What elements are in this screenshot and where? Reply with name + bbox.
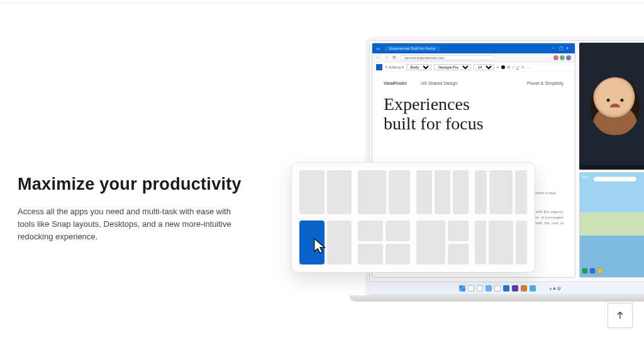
word-app-icon xyxy=(376,64,382,70)
url-field[interactable]: secure.experiences.doc xyxy=(400,55,494,60)
doc-tag: Power & Simplicity xyxy=(527,81,564,85)
document-toolbar: ✎ Editing ▾ Body Georgia Pro 14 ▾ B I U … xyxy=(372,62,575,72)
file-explorer-icon[interactable] xyxy=(494,285,501,292)
doc-heading: Experiences built for focus xyxy=(384,94,564,134)
font-family-select[interactable]: Body xyxy=(406,64,431,70)
snap-layout-option[interactable] xyxy=(475,170,527,214)
desktop-shortcut-icons xyxy=(582,268,602,273)
bold-icon[interactable]: B xyxy=(508,65,510,69)
taskbar-search-icon[interactable] xyxy=(468,285,474,292)
snap-layout-option[interactable] xyxy=(358,221,410,264)
browser-address-bar: ← → ⟳ secure.experiences.doc xyxy=(372,53,575,62)
snap-layout-option[interactable] xyxy=(416,170,469,214)
doc-brand: ViewFinder xyxy=(384,81,407,85)
back-to-top-button[interactable] xyxy=(608,303,633,328)
app-icon: ▭ xyxy=(376,46,380,51)
weather-widget: 54° xyxy=(582,175,588,179)
start-icon[interactable] xyxy=(459,285,465,292)
desktop-preview-window: 54° xyxy=(579,172,644,278)
video-participant xyxy=(591,77,640,135)
snap-layout-option[interactable] xyxy=(299,170,352,214)
laptop-base xyxy=(349,295,644,302)
browser-tab[interactable]: Experiences Built for Focus xyxy=(384,46,440,51)
nav-refresh-icon[interactable]: ⟳ xyxy=(392,55,396,60)
nav-back-icon[interactable]: ← xyxy=(376,55,380,60)
edge-taskbar-icon[interactable] xyxy=(530,285,536,292)
snap-layout-option[interactable] xyxy=(475,221,527,264)
desktop-search xyxy=(594,177,636,182)
window-minimize-icon[interactable]: − xyxy=(552,46,557,51)
word-taskbar-icon[interactable] xyxy=(503,285,509,292)
hero-body: Access all the apps you need and multi-t… xyxy=(18,205,244,243)
taskbar-app-icon[interactable] xyxy=(521,285,527,292)
mouse-cursor-icon xyxy=(313,237,326,255)
color-swatch-icon[interactable] xyxy=(501,65,505,69)
window-titlebar: ▭ Experiences Built for Focus − ▢ × xyxy=(372,43,575,53)
system-tray[interactable]: ▴ ◉ ⏻ xyxy=(550,286,560,290)
snap-layout-option[interactable] xyxy=(358,170,410,214)
arrow-up-icon xyxy=(615,310,625,320)
font-name-select[interactable]: Georgia Pro xyxy=(434,64,471,70)
doc-project: UX Shared Design xyxy=(421,81,457,85)
svg-marker-0 xyxy=(314,239,325,253)
font-size-select[interactable]: 14 xyxy=(474,64,494,70)
window-close-icon[interactable]: × xyxy=(566,46,571,51)
italic-icon[interactable]: I xyxy=(513,65,514,69)
video-call-window xyxy=(579,43,644,170)
strike-icon[interactable]: S xyxy=(521,65,524,69)
presence-avatars xyxy=(553,55,571,60)
task-view-icon[interactable] xyxy=(477,285,483,292)
taskbar-app-icon[interactable] xyxy=(486,285,492,292)
editing-mode[interactable]: ✎ Editing ▾ xyxy=(385,65,404,69)
window-maximize-icon[interactable]: ▢ xyxy=(559,46,564,51)
divider-icon: ▾ xyxy=(497,65,499,69)
more-formatting-icon[interactable]: … xyxy=(526,65,530,69)
underline-icon[interactable]: U xyxy=(516,65,519,69)
hero-title: Maximize your productivity xyxy=(18,175,244,194)
snap-layouts-flyout xyxy=(291,162,535,273)
snap-layout-option[interactable] xyxy=(416,221,469,264)
taskbar: ▴ ◉ ⏻ xyxy=(369,281,644,294)
hero-text: Maximize your productivity Access all th… xyxy=(18,175,244,243)
teams-taskbar-icon[interactable] xyxy=(512,285,518,292)
nav-forward-icon[interactable]: → xyxy=(384,55,389,60)
